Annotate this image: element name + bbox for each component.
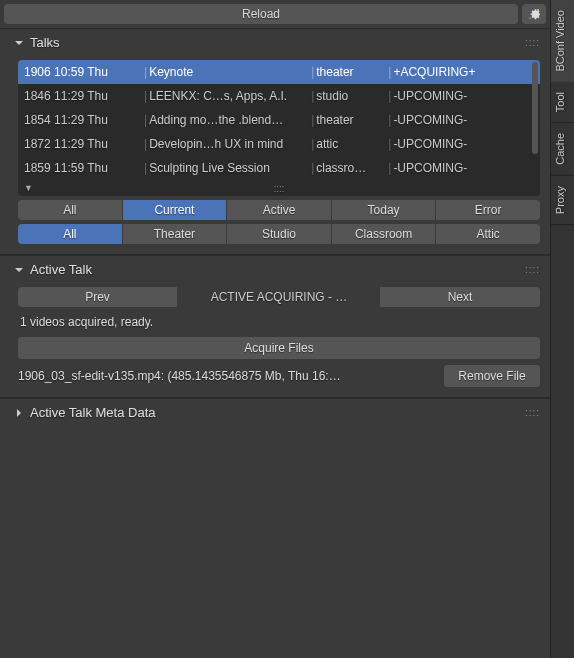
talk-room: theater xyxy=(316,65,386,79)
panel-header-active-talk[interactable]: Active Talk :::: xyxy=(0,255,550,283)
filter-row-room: AllTheaterStudioClassroomAttic xyxy=(18,224,540,244)
scrollbar-thumb[interactable] xyxy=(532,62,538,154)
panel-header-talks[interactable]: Talks :::: xyxy=(0,28,550,56)
talk-row[interactable]: 1859 11:59 Thu|Sculpting Live Session|cl… xyxy=(18,156,540,180)
talk-title: Adding mo…the .blend… xyxy=(149,113,309,127)
file-name-label: 1906_03_sf-edit-v135.mp4: (485.143554687… xyxy=(18,369,438,383)
drag-grip-icon[interactable]: :::: xyxy=(525,407,540,418)
chevron-right-icon xyxy=(14,408,24,418)
next-button[interactable]: Next xyxy=(380,287,540,307)
talk-id: 1859 11:59 Thu xyxy=(24,161,142,175)
panel-header-meta[interactable]: Active Talk Meta Data :::: xyxy=(0,398,550,426)
panel-title: Talks xyxy=(30,35,60,50)
filter-row-status: AllCurrentActiveTodayError xyxy=(18,200,540,220)
talk-status: -UPCOMING- xyxy=(393,137,534,151)
render-settings-button[interactable] xyxy=(522,4,546,24)
talk-id: 1846 11:29 Thu xyxy=(24,89,142,103)
talk-room: studio xyxy=(316,89,386,103)
filter-room-theater[interactable]: Theater xyxy=(123,224,228,244)
filter-status-active[interactable]: Active xyxy=(227,200,332,220)
panel-title: Active Talk xyxy=(30,262,92,277)
drag-dots-icon: :::: xyxy=(18,183,540,194)
talk-room: theater xyxy=(316,113,386,127)
talk-id: 1906 10:59 Thu xyxy=(24,65,142,79)
talk-title: Keynote xyxy=(149,65,309,79)
talk-status: -UPCOMING- xyxy=(393,113,534,127)
talk-row[interactable]: 1854 11:29 Thu|Adding mo…the .blend…|the… xyxy=(18,108,540,132)
vertical-tab-bar: BConf VideoToolCacheProxy xyxy=(550,0,574,658)
vtab-tool[interactable]: Tool xyxy=(551,82,574,123)
filter-room-classroom[interactable]: Classroom xyxy=(332,224,437,244)
talk-room: classro… xyxy=(316,161,386,175)
acquire-files-button[interactable]: Acquire Files xyxy=(18,337,540,359)
talk-title: LEENKX: C…s, Apps, A.I. xyxy=(149,89,309,103)
chevron-down-icon xyxy=(14,265,24,275)
filter-room-studio[interactable]: Studio xyxy=(227,224,332,244)
vtab-cache[interactable]: Cache xyxy=(551,123,574,176)
more-rows-indicator[interactable]: ▼:::: xyxy=(18,180,540,196)
svg-point-1 xyxy=(529,18,530,19)
filter-status-current[interactable]: Current xyxy=(123,200,228,220)
filter-status-today[interactable]: Today xyxy=(332,200,437,220)
talk-title: Developin…h UX in mind xyxy=(149,137,309,151)
vtab-bconf-video[interactable]: BConf Video xyxy=(551,0,574,82)
filter-status-error[interactable]: Error xyxy=(436,200,540,220)
talk-id: 1854 11:29 Thu xyxy=(24,113,142,127)
svg-point-0 xyxy=(537,9,539,11)
talk-room: attic xyxy=(316,137,386,151)
talks-table: 1906 10:59 Thu|Keynote|theater|+ACQUIRIN… xyxy=(18,60,540,196)
talk-status: -UPCOMING- xyxy=(393,161,534,175)
talk-id: 1872 11:29 Thu xyxy=(24,137,142,151)
talk-title: Sculpting Live Session xyxy=(149,161,309,175)
talk-row[interactable]: 1906 10:59 Thu|Keynote|theater|+ACQUIRIN… xyxy=(18,60,540,84)
remove-file-button[interactable]: Remove File xyxy=(444,365,540,387)
gear-sparkle-icon xyxy=(527,7,541,21)
prev-button[interactable]: Prev xyxy=(18,287,178,307)
talk-row[interactable]: 1846 11:29 Thu|LEENKX: C…s, Apps, A.I.|s… xyxy=(18,84,540,108)
triangle-down-icon: ▼ xyxy=(24,183,33,193)
active-status-label: ACTIVE ACQUIRING - … xyxy=(178,287,380,307)
talk-status: +ACQUIRING+ xyxy=(393,65,534,79)
ready-status-text: 1 videos acquired, ready. xyxy=(18,307,540,337)
scrollbar[interactable] xyxy=(532,62,538,194)
reload-button[interactable]: Reload xyxy=(4,4,518,24)
drag-grip-icon[interactable]: :::: xyxy=(525,264,540,275)
chevron-down-icon xyxy=(14,38,24,48)
drag-grip-icon[interactable]: :::: xyxy=(525,37,540,48)
talk-row[interactable]: 1872 11:29 Thu|Developin…h UX in mind|at… xyxy=(18,132,540,156)
vtab-proxy[interactable]: Proxy xyxy=(551,176,574,225)
filter-room-all[interactable]: All xyxy=(18,224,123,244)
filter-status-all[interactable]: All xyxy=(18,200,123,220)
talk-status: -UPCOMING- xyxy=(393,89,534,103)
panel-title: Active Talk Meta Data xyxy=(30,405,155,420)
filter-room-attic[interactable]: Attic xyxy=(436,224,540,244)
